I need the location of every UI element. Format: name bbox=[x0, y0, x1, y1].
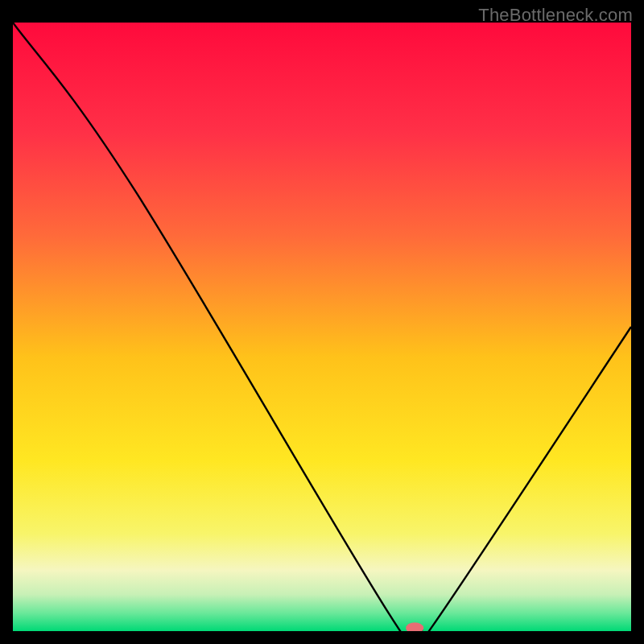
chart-container: TheBottleneck.com bbox=[0, 0, 644, 644]
watermark-label: TheBottleneck.com bbox=[478, 5, 633, 26]
bottleneck-chart bbox=[13, 23, 631, 631]
plot-area bbox=[13, 23, 631, 631]
gradient-background bbox=[13, 23, 631, 631]
